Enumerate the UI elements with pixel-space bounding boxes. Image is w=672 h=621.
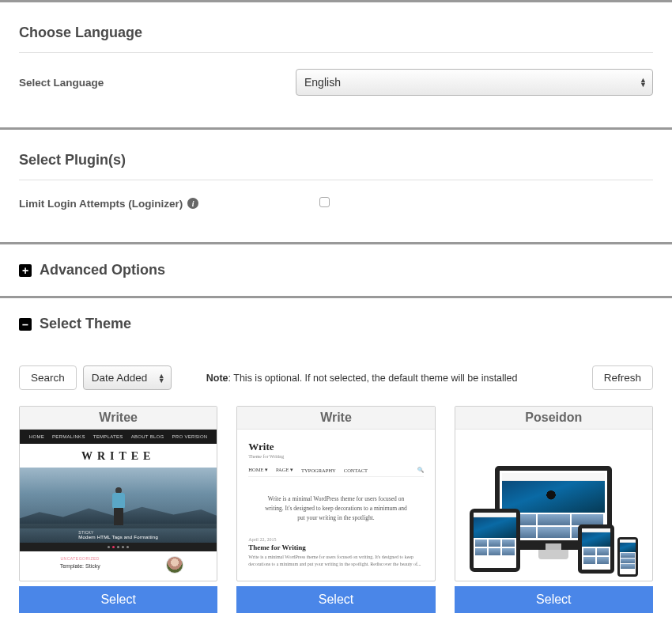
loginizer-checkbox[interactable] bbox=[319, 197, 330, 207]
advanced-options-toggle[interactable]: + Advanced Options bbox=[19, 244, 653, 296]
theme-preview-write[interactable]: Write Write Theme for Writing HOME ▾ PAG… bbox=[236, 406, 435, 581]
search-button[interactable]: Search bbox=[19, 365, 77, 390]
theme-card-writee: Writee HOME PERMALINKS TEMPLATES ABOUT B… bbox=[19, 406, 217, 613]
theme-preview-poseidon[interactable]: Poseidon bbox=[455, 406, 653, 581]
advanced-options-title: Advanced Options bbox=[40, 262, 165, 278]
language-section: Choose Language Select Language English … bbox=[0, 2, 672, 127]
language-section-title: Choose Language bbox=[19, 2, 653, 52]
loginizer-label: Limit Login Attempts (Loginizer) i bbox=[19, 198, 296, 210]
theme-section: – Select Theme Search Date Added ▲▼ Note… bbox=[0, 298, 672, 621]
refresh-button[interactable]: Refresh bbox=[592, 365, 653, 390]
theme-preview-writee[interactable]: Writee HOME PERMALINKS TEMPLATES ABOUT B… bbox=[19, 406, 217, 581]
plugins-section: Select Plugin(s) Limit Login Attempts (L… bbox=[0, 130, 672, 242]
plus-icon: + bbox=[19, 264, 32, 277]
theme-sort-select[interactable]: Date Added bbox=[83, 365, 172, 390]
minus-icon: – bbox=[19, 318, 32, 331]
theme-note: Note: This is optional. If not selected,… bbox=[206, 373, 586, 384]
select-theme-button-poseidon[interactable]: Select bbox=[455, 586, 653, 613]
select-theme-title: Select Theme bbox=[40, 316, 131, 332]
advanced-section: + Advanced Options bbox=[0, 244, 672, 296]
search-icon: 🔍 bbox=[417, 467, 424, 473]
language-select[interactable]: English bbox=[296, 69, 653, 96]
select-theme-button-write[interactable]: Select bbox=[236, 586, 435, 613]
theme-card-poseidon: Poseidon bbox=[455, 406, 653, 613]
select-theme-toggle[interactable]: – Select Theme bbox=[19, 298, 653, 350]
select-theme-button-writee[interactable]: Select bbox=[19, 586, 217, 613]
plugins-section-title: Select Plugin(s) bbox=[19, 130, 653, 180]
info-icon[interactable]: i bbox=[187, 198, 198, 209]
theme-card-write: Write Write Theme for Writing HOME ▾ PAG… bbox=[236, 406, 435, 613]
select-language-label: Select Language bbox=[19, 77, 296, 89]
